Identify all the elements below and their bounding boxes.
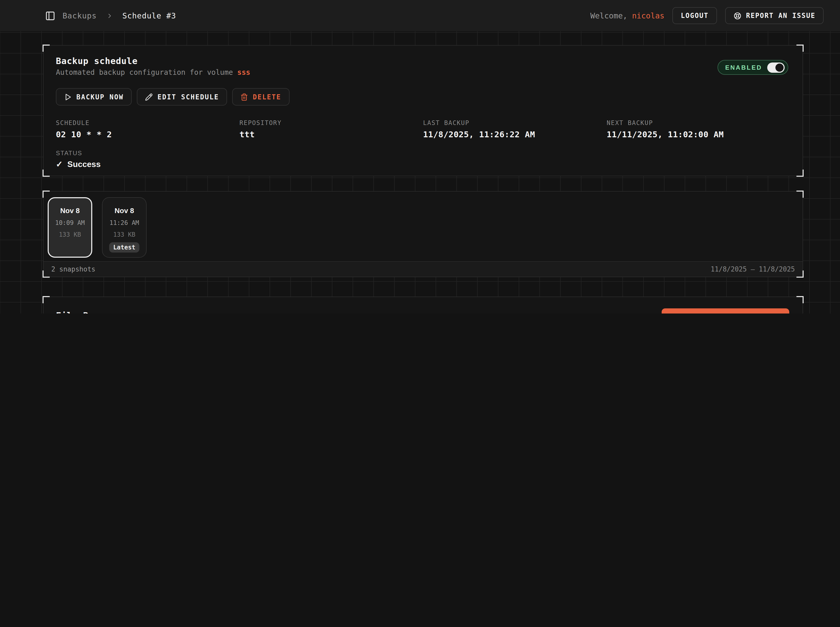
- edit-schedule-button[interactable]: EDIT SCHEDULE: [137, 88, 227, 106]
- corner-bracket: [796, 271, 804, 278]
- restore-button[interactable]: RESTORE 1 SELECTED ITEM: [662, 309, 789, 314]
- panel-title: Backup schedule: [56, 56, 790, 66]
- backup-now-label: BACKUP NOW: [76, 93, 124, 101]
- field-repository: REPOSITORY ttt: [240, 119, 423, 139]
- snapshot-card[interactable]: Nov 8 11:26 AM 133 KB Latest: [102, 197, 147, 258]
- edit-schedule-label: EDIT SCHEDULE: [158, 93, 219, 101]
- status-value: ✓ Success: [56, 159, 790, 169]
- snapshots-footer: 2 snapshots 11/8/2025 – 11/8/2025: [44, 261, 802, 277]
- topbar-actions: Welcome, nicolas LOGOUT REPORT AN ISSUE: [591, 7, 824, 24]
- status-label: STATUS: [56, 150, 790, 157]
- breadcrumb-section[interactable]: Backups: [63, 11, 96, 20]
- app-root: Backups Schedule #3 Welcome, nicolas LOG…: [0, 0, 840, 314]
- field-value: 11/8/2025, 11:26:22 AM: [423, 129, 607, 139]
- delete-button[interactable]: DELETE: [232, 88, 289, 106]
- field-next-backup: NEXT BACKUP 11/11/2025, 11:02:00 AM: [607, 119, 791, 139]
- snapshot-card-selected[interactable]: Nov 8 10:09 AM 133 KB: [48, 197, 92, 258]
- backup-now-button[interactable]: BACKUP NOW: [56, 88, 132, 106]
- action-buttons: BACKUP NOW EDIT SCHEDULE DELETE: [56, 88, 790, 106]
- field-label: LAST BACKUP: [423, 119, 607, 126]
- corner-bracket: [796, 191, 804, 198]
- username: nicolas: [632, 11, 664, 20]
- snapshot-strip: Nov 8 10:09 AM 133 KB Nov 8 11:26 AM 133…: [44, 192, 802, 262]
- status-text: Success: [67, 159, 101, 169]
- field-label: NEXT BACKUP: [607, 119, 791, 126]
- report-issue-button[interactable]: REPORT AN ISSUE: [725, 7, 824, 24]
- field-value: ttt: [240, 129, 423, 139]
- corner-bracket: [43, 170, 50, 177]
- snapshot-size: 133 KB: [113, 231, 136, 238]
- snapshots-panel: Nov 8 10:09 AM 133 KB Nov 8 11:26 AM 133…: [43, 191, 803, 277]
- subtitle-text: Automated backup configuration for volum…: [56, 68, 237, 76]
- toggle-switch[interactable]: [767, 62, 785, 72]
- trash-icon: [240, 93, 248, 101]
- check-icon: ✓: [56, 159, 63, 169]
- snapshot-date: Nov 8: [60, 206, 80, 215]
- file-browser-panel: File Browser Viewing snapshot from 11/8/…: [43, 296, 803, 314]
- chevron-right-icon: [106, 12, 113, 19]
- toggle-knob: [775, 63, 784, 71]
- pencil-icon: [145, 93, 153, 101]
- corner-bracket: [43, 44, 50, 52]
- field-schedule: SCHEDULE 02 10 * * 2: [56, 119, 240, 139]
- breadcrumb-current: Schedule #3: [122, 11, 176, 20]
- delete-label: DELETE: [253, 93, 281, 101]
- field-label: SCHEDULE: [56, 119, 240, 126]
- snapshot-size: 133 KB: [59, 231, 81, 238]
- corner-bracket: [796, 170, 804, 177]
- play-icon: [64, 93, 72, 101]
- snapshot-date: Nov 8: [115, 206, 134, 215]
- top-bar: Backups Schedule #3 Welcome, nicolas LOG…: [0, 0, 840, 31]
- welcome-text: Welcome, nicolas: [591, 11, 665, 20]
- schedule-fields: SCHEDULE 02 10 * * 2 REPOSITORY ttt LAST…: [56, 119, 790, 139]
- page-background: Backup schedule Automated backup configu…: [0, 31, 840, 314]
- welcome-prefix: Welcome,: [591, 11, 632, 20]
- snapshot-count: 2 snapshots: [51, 265, 95, 273]
- panel-subtitle: Automated backup configuration for volum…: [56, 68, 790, 76]
- snapshot-date-range: 11/8/2025 – 11/8/2025: [711, 265, 795, 273]
- field-label: REPOSITORY: [240, 119, 423, 126]
- field-value: 11/11/2025, 11:02:00 AM: [607, 129, 791, 139]
- corner-bracket: [43, 191, 50, 198]
- corner-bracket: [796, 296, 804, 303]
- corner-bracket: [796, 44, 804, 52]
- sidebar-toggle-button[interactable]: [45, 11, 55, 21]
- corner-bracket: [43, 271, 50, 278]
- field-value: 02 10 * * 2: [56, 129, 240, 139]
- breadcrumb: Backups Schedule #3: [0, 11, 176, 21]
- snapshot-time: 10:09 AM: [55, 219, 85, 227]
- field-last-backup: LAST BACKUP 11/8/2025, 11:26:22 AM: [423, 119, 607, 139]
- snapshot-time: 11:26 AM: [109, 219, 139, 227]
- corner-bracket: [43, 296, 50, 303]
- backup-schedule-panel: Backup schedule Automated backup configu…: [43, 45, 803, 176]
- logout-button-label: LOGOUT: [681, 12, 709, 19]
- status-block: STATUS ✓ Success: [56, 150, 790, 169]
- report-issue-label: REPORT AN ISSUE: [746, 12, 815, 19]
- latest-badge: Latest: [109, 242, 140, 252]
- report-issue-icon: [733, 11, 741, 20]
- logout-button[interactable]: LOGOUT: [673, 7, 717, 24]
- volume-name: sss: [237, 68, 250, 76]
- enabled-toggle[interactable]: ENABLED: [717, 60, 788, 75]
- panel-left-icon: [45, 11, 55, 21]
- enabled-label: ENABLED: [725, 64, 762, 71]
